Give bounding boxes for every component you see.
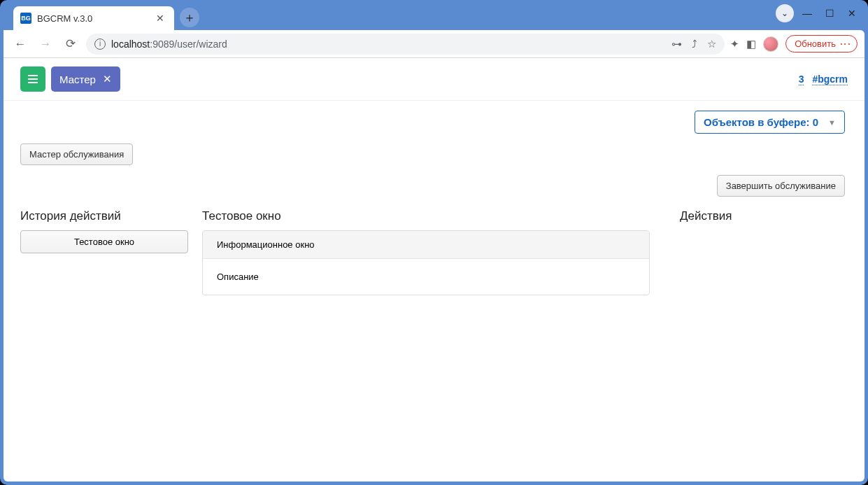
column-main: Тестовое окно Информационное окно Описан…: [202, 209, 650, 295]
favicon: BG: [20, 13, 31, 24]
address-bar: ← → ⟳ i localhost:9089/user/wizard ⊶ ⤴ ☆…: [3, 30, 865, 58]
close-app-tab-icon[interactable]: ✕: [103, 73, 112, 85]
viewport[interactable]: Мастер ✕ 3 #bgcrm Объектов в буфере: 0 ▼…: [3, 58, 865, 482]
finish-row: Завершить обслуживание: [3, 175, 865, 209]
wizard-button-row: Мастер обслуживания: [3, 143, 865, 175]
close-tab-icon[interactable]: ✕: [153, 13, 167, 24]
url-path: :9089/user/wizard: [150, 38, 227, 50]
share-icon[interactable]: ⤴: [692, 38, 697, 50]
omnibox[interactable]: i localhost:9089/user/wizard ⊶ ⤴ ☆: [86, 34, 725, 55]
tab-label: Мастер: [59, 73, 96, 85]
app-root: Мастер ✕ 3 #bgcrm Объектов в буфере: 0 ▼…: [3, 58, 865, 295]
link-tag[interactable]: #bgcrm: [812, 73, 848, 85]
back-icon[interactable]: ←: [10, 34, 30, 54]
main-title: Тестовое окно: [202, 209, 650, 223]
update-button[interactable]: Обновить ⋮: [785, 35, 858, 52]
history-title: История действий: [20, 209, 188, 223]
buffer-label-prefix: Объектов в буфере:: [704, 116, 813, 128]
header-links: 3 #bgcrm: [799, 73, 848, 85]
app-header: Мастер ✕ 3 #bgcrm: [3, 58, 865, 101]
columns: История действий Тестовое окно Тестовое …: [3, 209, 865, 295]
actions-title: Действия: [680, 209, 848, 223]
url-host: localhost: [111, 38, 150, 50]
service-wizard-button[interactable]: Мастер обслуживания: [20, 143, 133, 165]
column-actions: Действия: [680, 209, 848, 295]
profile-avatar[interactable]: [763, 36, 778, 52]
hamburger-button[interactable]: [20, 66, 45, 92]
minimize-icon[interactable]: —: [798, 4, 816, 22]
hamburger-icon: [28, 75, 38, 83]
info-card: Информационное окно Описание: [202, 230, 650, 295]
chevron-down-icon: ▼: [828, 118, 836, 127]
star-icon[interactable]: ☆: [707, 38, 716, 50]
panel-icon[interactable]: ◧: [746, 38, 756, 50]
tab-title: BGCRM v.3.0: [37, 13, 148, 24]
account-dropdown-icon[interactable]: ⌄: [776, 4, 794, 22]
maximize-icon[interactable]: ☐: [820, 4, 839, 22]
browser-tab[interactable]: BG BGCRM v.3.0 ✕: [13, 6, 174, 30]
svg-rect-0: [28, 75, 38, 76]
close-window-icon[interactable]: ✕: [843, 4, 861, 22]
buffer-row: Объектов в буфере: 0 ▼: [3, 101, 865, 143]
site-info-icon[interactable]: i: [94, 38, 106, 50]
finish-service-button[interactable]: Завершить обслуживание: [717, 175, 845, 197]
buffer-count: 0: [813, 116, 818, 128]
link-count[interactable]: 3: [799, 73, 804, 85]
new-tab-button[interactable]: ＋: [180, 8, 199, 27]
browser-window: BG BGCRM v.3.0 ✕ ＋ ⌄ — ☐ ✕ ← → ⟳ i local…: [0, 0, 868, 485]
svg-rect-1: [28, 78, 38, 80]
history-item[interactable]: Тестовое окно: [20, 230, 188, 253]
menu-dots-icon[interactable]: ⋮: [843, 38, 847, 48]
update-label: Обновить: [795, 38, 836, 49]
reload-icon[interactable]: ⟳: [61, 34, 80, 54]
buffer-button[interactable]: Объектов в буфере: 0 ▼: [695, 111, 845, 134]
column-history: История действий Тестовое окно: [20, 209, 188, 295]
key-icon[interactable]: ⊶: [671, 38, 682, 50]
card-header: Информационное окно: [203, 231, 649, 259]
forward-icon: →: [36, 34, 55, 54]
extensions-icon[interactable]: ✦: [730, 38, 739, 50]
toolbar-right: ✦ ◧ Обновить ⋮: [730, 35, 858, 52]
window-controls: ⌄ — ☐ ✕: [776, 4, 861, 22]
open-tab-master[interactable]: Мастер ✕: [51, 66, 120, 92]
card-body: Описание: [203, 259, 649, 295]
svg-rect-2: [28, 82, 38, 83]
tab-strip: BG BGCRM v.3.0 ✕ ＋: [3, 3, 865, 30]
